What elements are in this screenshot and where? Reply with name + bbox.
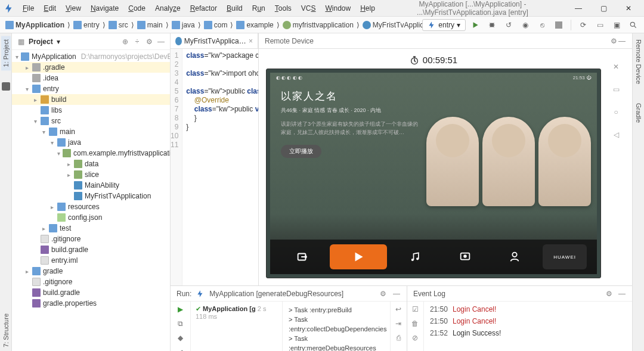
tree-node[interactable]: ▾main (12, 126, 170, 137)
eventlog-row[interactable]: 21:50Login Cancel! (430, 317, 626, 325)
tree-node[interactable]: ▾MyApplicationD:\harmonyos\projects\DevE… (12, 51, 170, 62)
tree-node[interactable]: ▸slice (12, 169, 170, 180)
breadcrumb-item[interactable]: main (135, 20, 165, 30)
editor-tab[interactable]: MyFristTvApplication.java × (171, 33, 258, 48)
stop-button[interactable] (552, 18, 566, 32)
menu-navigate[interactable]: Navigate (87, 2, 122, 14)
tree-node[interactable]: ▾com.example.myfristtvapplication (12, 148, 170, 159)
menu-file[interactable]: File (19, 2, 38, 14)
left-tool-item[interactable] (2, 82, 10, 91)
run-button[interactable] (468, 18, 482, 32)
play-now-button[interactable]: 立即播放 (281, 145, 321, 158)
device-back-icon[interactable]: ◁ (610, 129, 622, 141)
tree-node[interactable]: build.gradle (12, 244, 170, 255)
breadcrumb-item[interactable]: MyFristTvApplication (361, 20, 423, 30)
eventlog-row[interactable]: 21:50Login Cancel! (430, 305, 626, 313)
expand-icon[interactable]: ⤢ (175, 348, 186, 351)
device-manager-button[interactable]: ▭ (593, 18, 607, 32)
device-close-icon[interactable]: ✕ (610, 61, 622, 73)
run-settings-icon[interactable]: ⚙ (379, 290, 388, 298)
tree-node[interactable]: libs (12, 105, 170, 116)
breadcrumbs[interactable]: MyApplication⟩entry⟩src⟩main⟩java⟩com⟩ex… (4, 20, 422, 30)
device-hide-icon[interactable]: — (618, 37, 626, 45)
run-hide-icon[interactable]: — (392, 290, 401, 298)
run-result-tree[interactable]: MyApplication [g 2 s 118 ms (191, 302, 283, 351)
breadcrumb-item[interactable]: MyApplication (4, 20, 66, 30)
soft-wrap-icon[interactable]: ↩ (395, 305, 401, 313)
tree-node[interactable]: ▾src (12, 116, 170, 126)
menu-code[interactable]: Code (125, 2, 149, 14)
search-button[interactable] (626, 18, 640, 32)
coverage-button[interactable]: ↺ (501, 18, 516, 32)
tree-node[interactable]: ▸.gradle (12, 62, 170, 73)
dock-input-icon[interactable] (280, 244, 324, 269)
tree-node[interactable]: ▸resources (12, 201, 170, 212)
device-settings-icon[interactable]: ⚙ (609, 37, 618, 45)
rerun-icon[interactable]: ▶ (175, 305, 186, 313)
device-rotate-icon[interactable]: ▭ (610, 83, 622, 95)
pin-icon[interactable]: ◆ (175, 334, 186, 342)
tab-project[interactable]: 1: Project (1, 36, 11, 70)
tree-node[interactable]: entry.iml (12, 255, 170, 266)
dock-music-icon[interactable] (393, 244, 437, 269)
menu-vcs[interactable]: VCS (298, 2, 320, 14)
debug-button[interactable] (485, 18, 499, 32)
device-home-icon[interactable]: ○ (610, 106, 622, 118)
tree-node[interactable]: ▸gradle (12, 266, 170, 277)
dock-huawei[interactable]: HUAWEI (543, 244, 587, 269)
tree-node[interactable]: config.json (12, 212, 170, 223)
run-config-chip[interactable]: entry ▾ (422, 19, 466, 31)
tree-node[interactable]: ▾java (12, 137, 170, 148)
scroll-end-icon[interactable]: ⇥ (395, 319, 401, 328)
maximize-button[interactable]: ▢ (592, 0, 615, 17)
eventlog-hide-icon[interactable]: — (618, 290, 626, 298)
breadcrumb-item[interactable]: java (170, 20, 197, 30)
breadcrumb-item[interactable]: entry (72, 20, 101, 30)
tv-screen[interactable]: ◐ ◐ ◐ ◐ ◐ 21:53 ⏻ 以家人之名 共46集 · 家庭 情感 青春 … (266, 69, 601, 278)
tree-node[interactable]: MyFristTvApplication (12, 191, 170, 201)
code-editor[interactable]: 1234567891011 class="kw">package com.exa… (171, 49, 258, 285)
menu-build[interactable]: Build (223, 2, 246, 14)
project-tree[interactable]: ▾MyApplicationD:\harmonyos\projects\DevE… (12, 50, 170, 351)
dock-person-icon[interactable] (493, 244, 537, 269)
close-button[interactable]: ✕ (617, 0, 640, 17)
expand-icon[interactable]: ÷ (133, 38, 141, 46)
ev-trash-icon[interactable]: 🗑 (411, 319, 419, 328)
tree-node[interactable]: gradle.properties (12, 298, 170, 309)
eventlog-settings-icon[interactable]: ⚙ (605, 290, 613, 298)
breadcrumb-item[interactable]: com (202, 20, 230, 30)
tree-node[interactable]: .gitignore (12, 234, 170, 244)
menu-run[interactable]: Run (249, 2, 269, 14)
eventlog-list[interactable]: 21:50Login Cancel!21:50Login Cancel!21:5… (424, 302, 632, 351)
menu-view[interactable]: View (62, 2, 85, 14)
filter-icon[interactable]: ⧉ (175, 319, 186, 328)
breadcrumb-item[interactable]: src (107, 20, 130, 30)
profiler-button[interactable]: ◉ (518, 18, 532, 32)
hide-panel-icon[interactable]: — (157, 38, 165, 46)
menu-tools[interactable]: Tools (271, 2, 295, 14)
menu-analyze[interactable]: Analyze (151, 2, 184, 14)
tree-node[interactable]: MainAbility (12, 180, 170, 191)
tab-structure[interactable]: 7: Structure (1, 310, 11, 351)
attach-button[interactable]: ⎋ (535, 18, 549, 32)
sdk-button[interactable]: ▣ (609, 18, 624, 32)
menu-edit[interactable]: Edit (40, 2, 60, 14)
tree-node[interactable]: .gitignore (12, 277, 170, 287)
tree-node[interactable]: build.gradle (12, 287, 170, 298)
menu-window[interactable]: Window (321, 2, 354, 14)
eventlog-row[interactable]: 21:52Login Success! (430, 329, 626, 337)
print-icon[interactable]: ⎙ (397, 334, 401, 342)
minimize-button[interactable]: — (566, 0, 590, 17)
tree-node[interactable]: ▸test (12, 223, 170, 234)
tree-node[interactable]: ▸build (12, 94, 170, 105)
ev-mute-icon[interactable]: ⊘ (412, 334, 418, 342)
menu-help[interactable]: Help (357, 2, 379, 14)
menu-refactor[interactable]: Refactor (187, 2, 221, 14)
run-output[interactable]: > Task :entry:preBuild> Task :entry:coll… (283, 302, 390, 351)
ev-check-icon[interactable]: ☑ (412, 305, 419, 313)
dock-play-icon[interactable] (330, 244, 387, 269)
tab-gradle[interactable]: Gradle (634, 100, 643, 126)
breadcrumb-item[interactable]: myfristtvapplication (281, 20, 355, 30)
select-opened-icon[interactable]: ⊕ (121, 38, 129, 46)
tree-node[interactable]: .idea (12, 73, 170, 83)
